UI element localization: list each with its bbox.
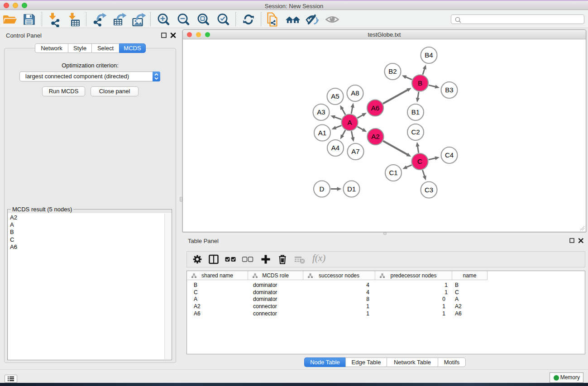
svg-text:A: A <box>347 119 352 126</box>
svg-text:B3: B3 <box>445 86 453 94</box>
svg-text:A8: A8 <box>351 89 359 97</box>
svg-text:B1: B1 <box>411 108 420 116</box>
svg-text:D: D <box>320 185 325 193</box>
svg-text:A6: A6 <box>371 104 379 112</box>
svg-text:C4: C4 <box>445 151 454 159</box>
svg-text:A4: A4 <box>331 144 339 152</box>
svg-text:A1: A1 <box>318 129 326 137</box>
svg-text:D1: D1 <box>347 185 356 193</box>
svg-text:A3: A3 <box>317 108 325 116</box>
svg-text:A2: A2 <box>371 133 379 140</box>
svg-text:B: B <box>418 79 422 87</box>
svg-text:B2: B2 <box>388 67 397 75</box>
svg-text:A5: A5 <box>331 92 339 100</box>
svg-text:C1: C1 <box>389 169 397 176</box>
svg-text:C2: C2 <box>411 128 420 136</box>
svg-text:B4: B4 <box>425 51 433 59</box>
svg-text:A7: A7 <box>351 148 359 155</box>
svg-text:C3: C3 <box>425 186 433 194</box>
svg-text:C: C <box>417 157 422 165</box>
